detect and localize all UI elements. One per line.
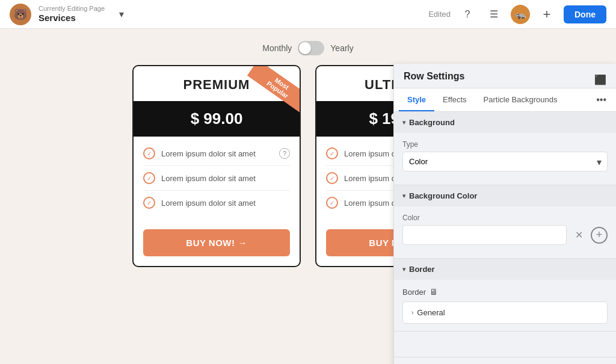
type-select[interactable]: Color Gradient Image Video: [402, 152, 608, 171]
section-header-background-color[interactable]: ▾ Background Color: [394, 185, 616, 206]
check-icon: ✓: [326, 197, 338, 209]
panel-title: Row Settings: [404, 71, 464, 88]
chevron-down-icon: ▾: [402, 266, 405, 273]
check-icon: ✓: [326, 172, 338, 184]
list-item: ✓ Lorem ipsum dolor sit amet: [143, 191, 290, 215]
billing-toggle-bar: Monthly Yearly: [0, 29, 616, 65]
feature-text: Lorem ipsum dolor sit amet: [161, 149, 256, 158]
monthly-label: Monthly: [262, 43, 292, 53]
section-body-background: Type Color Gradient Image Video: [394, 133, 616, 185]
chevron-down-icon: ▾: [402, 119, 405, 126]
edited-status: Edited: [428, 10, 451, 19]
color-add-button[interactable]: +: [591, 227, 608, 244]
section-border-label: Border: [409, 265, 435, 274]
type-label: Type: [402, 140, 608, 149]
section-body-background-color: Color ✕ +: [394, 206, 616, 258]
tabs-more-icon[interactable]: •••: [591, 88, 611, 111]
row-settings-panel: Row Settings ⬛ Style Effects Particle Ba…: [393, 64, 616, 364]
section-border: ▾ Border Border 🖥 › General: [394, 259, 616, 332]
avatar[interactable]: 🦡: [511, 5, 530, 24]
check-icon: ✓: [143, 197, 155, 209]
type-form-row: Type Color Gradient Image Video: [402, 140, 608, 171]
section-background: ▾ Background Type Color Gradient Image V…: [394, 112, 616, 185]
type-select-wrapper: Color Gradient Image Video: [402, 152, 608, 171]
tab-style[interactable]: Style: [399, 89, 434, 111]
main-area: Monthly Yearly Most Popular PREMIUM $ 99…: [0, 29, 616, 364]
panel-body: ▾ Background Type Color Gradient Image V…: [394, 112, 616, 357]
color-input[interactable]: [402, 225, 567, 245]
tab-effects[interactable]: Effects: [434, 89, 475, 111]
yearly-label: Yearly: [330, 43, 353, 53]
check-icon: ✓: [326, 147, 338, 159]
panel-minimize-button[interactable]: ⬛: [594, 74, 606, 85]
panel-tabs: Style Effects Particle Backgrounds •••: [394, 88, 616, 112]
general-collapsible[interactable]: › General: [402, 301, 608, 324]
section-background-color: ▾ Background Color Color ✕ +: [394, 185, 616, 259]
card-cta-premium: BUY NOW! →: [134, 220, 300, 266]
pricing-card-premium: Most Popular PREMIUM $ 99.00 ✓ Lorem ips…: [132, 65, 301, 267]
border-icon: 🖥: [430, 287, 438, 297]
page-name: Services: [38, 13, 105, 23]
feature-text: Lorem ipsum dolor sit amet: [161, 199, 256, 208]
border-label: Border: [402, 288, 426, 297]
help-icon[interactable]: ?: [279, 148, 290, 159]
billing-toggle[interactable]: [298, 41, 324, 55]
chevron-down-icon: ▾: [402, 193, 405, 199]
help-icon[interactable]: ?: [458, 5, 477, 24]
section-header-background[interactable]: ▾ Background: [394, 112, 616, 133]
editing-label: Currently Editing Page: [38, 5, 105, 13]
add-icon[interactable]: +: [537, 5, 556, 24]
list-item: ✓ Lorem ipsum dolor sit amet ?: [143, 141, 290, 166]
buy-now-button-premium[interactable]: BUY NOW! →: [143, 229, 290, 256]
panel-header: Row Settings ⬛: [394, 64, 616, 88]
border-row: Border 🖥: [402, 287, 608, 297]
tab-particle-backgrounds[interactable]: Particle Backgrounds: [475, 89, 566, 111]
page-selector-chevron[interactable]: ▾: [112, 5, 131, 24]
check-icon: ✓: [143, 172, 155, 184]
panel-footer: Save Save As... Cancel: [394, 357, 616, 364]
section-background-color-label: Background Color: [409, 191, 477, 200]
general-label: General: [417, 308, 445, 317]
app-logo: 🐻: [10, 4, 31, 25]
menu-lines-icon[interactable]: ☰: [484, 5, 504, 24]
feature-text: Lorem ipsum dolor sit amet: [161, 174, 256, 183]
topbar: 🐻 Currently Editing Page Services ▾ Edit…: [0, 0, 616, 29]
color-label: Color: [402, 214, 608, 222]
chevron-right-icon: ›: [411, 309, 413, 316]
card-price-premium: $ 99.00: [134, 101, 300, 137]
color-clear-button[interactable]: ✕: [570, 227, 587, 244]
color-form-row: Color ✕ +: [402, 214, 608, 245]
list-item: ✓ Lorem ipsum dolor sit amet: [143, 166, 290, 191]
color-input-row: ✕ +: [402, 225, 608, 245]
done-button[interactable]: Done: [564, 5, 606, 23]
page-title-group: Currently Editing Page Services: [38, 5, 105, 23]
check-icon: ✓: [143, 147, 155, 159]
section-header-border[interactable]: ▾ Border: [394, 259, 616, 280]
card-features-premium: ✓ Lorem ipsum dolor sit amet ? ✓ Lorem i…: [134, 137, 300, 220]
section-background-label: Background: [409, 118, 455, 127]
section-body-border: Border 🖥 › General: [394, 280, 616, 331]
